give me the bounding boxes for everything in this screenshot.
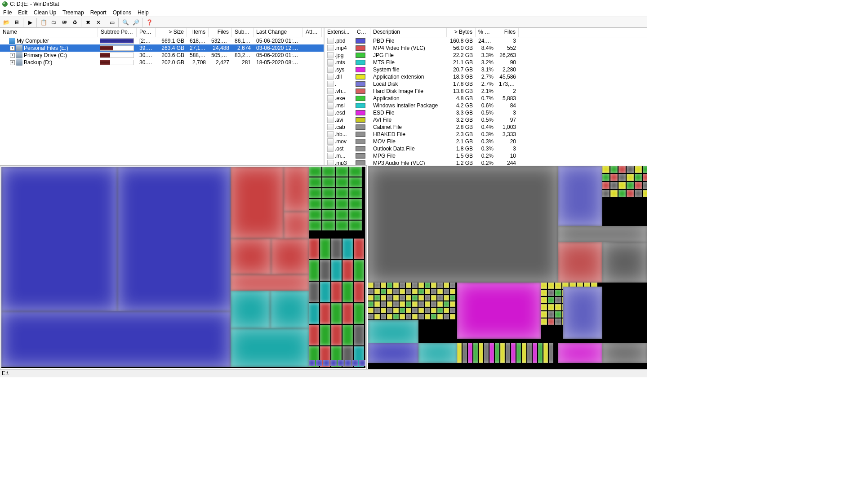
treemap-block[interactable]: [643, 190, 647, 197]
treemap-block[interactable]: [549, 343, 553, 363]
treemap-block[interactable]: [437, 295, 443, 301]
help-about-button[interactable]: ❓: [144, 18, 154, 27]
treemap-block[interactable]: [359, 360, 365, 366]
menu-treemap[interactable]: Treemap: [59, 9, 87, 17]
menu-clean-up[interactable]: Clean Up: [31, 9, 59, 17]
treemap-block[interactable]: [400, 301, 405, 307]
treemap-block[interactable]: [320, 303, 330, 324]
treemap-block[interactable]: [406, 308, 411, 313]
treemap-block[interactable]: [354, 260, 364, 281]
treemap-block[interactable]: [431, 314, 436, 319]
treemap-block[interactable]: [393, 308, 399, 313]
treemap-block[interactable]: [511, 343, 516, 363]
tree-row[interactable]: +Personal Files (E:)39.4%263.4 GB27,1622…: [0, 44, 324, 52]
treemap-block[interactable]: [541, 318, 547, 325]
treemap-block[interactable]: [516, 343, 521, 363]
treemap-block[interactable]: [412, 289, 418, 294]
treemap-block[interactable]: [368, 308, 374, 313]
treemap-block[interactable]: [450, 283, 455, 288]
treemap-block[interactable]: [343, 260, 353, 281]
ext-rows[interactable]: .pbdPBD File160.8 GB24.0%3.mp4MP4 Video …: [325, 37, 647, 165]
expander-icon[interactable]: +: [10, 60, 15, 65]
treemap-block[interactable]: [444, 283, 449, 288]
treemap-block[interactable]: [320, 282, 330, 302]
tree-col-subdirs[interactable]: Subdirs: [232, 28, 254, 37]
ext-row[interactable]: .hb...HBAKED File2.3 GB0.3%3,333: [325, 131, 647, 138]
menu-help[interactable]: Help: [134, 9, 152, 17]
treemap-block[interactable]: [309, 167, 321, 177]
treemap-block[interactable]: [618, 182, 626, 189]
ext-row[interactable]: .sysSystem file20.7 GB3.1%2,280: [325, 66, 647, 73]
treemap-block[interactable]: [555, 311, 561, 318]
tree-col-perce-[interactable]: Perce...: [137, 28, 156, 37]
tree-col-subtree-percent-[interactable]: Subtree Percent...: [98, 28, 137, 37]
treemap-block[interactable]: [368, 283, 374, 288]
treemap-block[interactable]: [368, 289, 374, 294]
treemap-block[interactable]: [541, 311, 547, 318]
treemap-block[interactable]: [425, 295, 430, 301]
treemap-block[interactable]: [543, 343, 548, 363]
select-drives-button[interactable]: 🖥: [12, 18, 22, 27]
treemap-block[interactable]: [336, 188, 348, 198]
treemap-block[interactable]: [349, 221, 362, 230]
treemap-block[interactable]: [450, 295, 455, 301]
treemap-block[interactable]: [425, 301, 430, 307]
treemap-block[interactable]: [425, 283, 430, 288]
treemap-block[interactable]: [643, 166, 647, 173]
treemap-block[interactable]: [330, 360, 337, 366]
treemap-block[interactable]: [322, 167, 335, 177]
tree-row[interactable]: +Primary Drive (C:)30.4%203.6 GB588,7295…: [0, 52, 324, 59]
cmd-button[interactable]: 🖳: [59, 18, 69, 27]
treemap-block[interactable]: [418, 308, 424, 313]
treemap-block[interactable]: [400, 308, 405, 313]
explorer-button[interactable]: 🗂: [49, 18, 59, 27]
treemap-selected-drive[interactable]: [0, 166, 366, 369]
treemap-block[interactable]: [602, 343, 647, 363]
treemap-block[interactable]: [338, 360, 344, 366]
treemap-block[interactable]: [381, 314, 386, 319]
treemap-block[interactable]: [457, 343, 462, 363]
treemap-block[interactable]: [322, 188, 335, 198]
treemap-block[interactable]: [635, 166, 642, 173]
treemap-block[interactable]: [343, 282, 353, 302]
ext-row[interactable]: .dllApplication extension18.3 GB2.7%45,5…: [325, 73, 647, 80]
treemap-block[interactable]: [349, 210, 362, 220]
treemap-block[interactable]: [322, 177, 335, 187]
treemap-block[interactable]: [618, 166, 626, 173]
treemap-block[interactable]: [393, 314, 399, 319]
treemap-block[interactable]: [320, 325, 330, 345]
ext-col--bytes[interactable]: > Bytes: [447, 28, 476, 37]
treemap-block[interactable]: [309, 260, 319, 281]
treemap-block[interactable]: [322, 199, 335, 209]
treemap-block[interactable]: [618, 190, 626, 197]
treemap-block[interactable]: [231, 239, 271, 274]
treemap-block[interactable]: [400, 295, 405, 301]
treemap-block[interactable]: [309, 325, 319, 345]
treemap-block[interactable]: [231, 328, 309, 367]
treemap-block[interactable]: [323, 360, 329, 366]
treemap-block[interactable]: [374, 295, 380, 301]
treemap-block[interactable]: [309, 282, 319, 302]
treemap-block[interactable]: [431, 289, 436, 294]
tree-header[interactable]: NameSubtree Percent...Perce...> SizeItem…: [0, 28, 324, 37]
treemap-block[interactable]: [412, 301, 418, 307]
treemap-block[interactable]: [558, 242, 602, 283]
treemap-block[interactable]: [349, 199, 362, 209]
treemap-block[interactable]: [412, 295, 418, 301]
treemap-block[interactable]: [548, 290, 554, 296]
treemap-block[interactable]: [368, 343, 418, 363]
ext-row[interactable]: .pbdPBD File160.8 GB24.0%3: [325, 37, 647, 44]
treemap-block[interactable]: [320, 260, 330, 281]
treemap-block[interactable]: [618, 174, 626, 181]
treemap-block[interactable]: [309, 199, 321, 209]
treemap-block[interactable]: [473, 343, 478, 363]
treemap-block[interactable]: [548, 318, 554, 325]
treemap-block[interactable]: [418, 314, 424, 319]
menu-edit[interactable]: Edit: [15, 9, 31, 17]
treemap-block[interactable]: [468, 343, 472, 363]
zoom-in-button[interactable]: 🔍: [120, 18, 130, 27]
treemap-block[interactable]: [309, 303, 319, 324]
treemap-block[interactable]: [368, 295, 374, 301]
treemap-block[interactable]: [500, 343, 505, 363]
treemap-block[interactable]: [309, 239, 319, 259]
